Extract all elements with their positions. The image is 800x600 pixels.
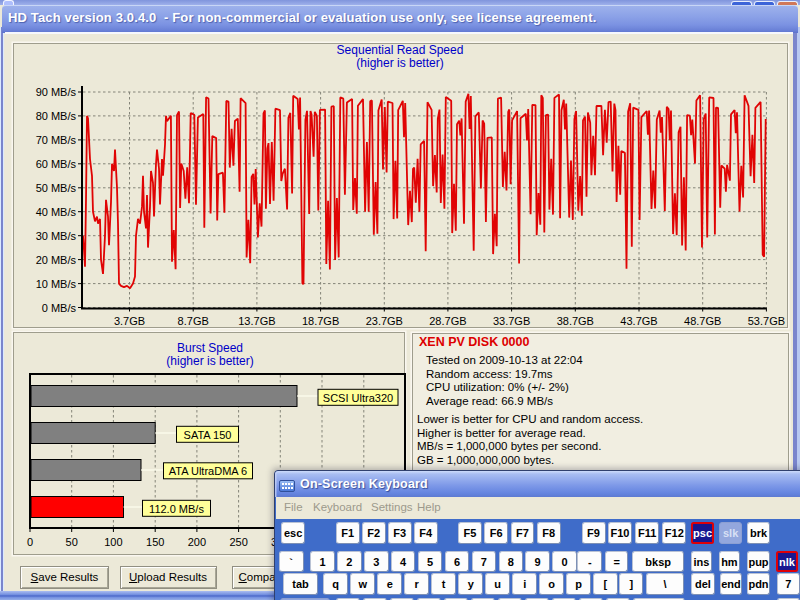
svg-text:SATA 150: SATA 150: [184, 429, 232, 441]
svg-text:150: 150: [146, 536, 164, 548]
svg-text:SCSI Ultra320: SCSI Ultra320: [323, 392, 393, 404]
svg-text:ATA UltraDMA 6: ATA UltraDMA 6: [169, 465, 247, 477]
svg-text:100: 100: [104, 536, 122, 548]
svg-text:0: 0: [27, 536, 33, 548]
svg-text:200: 200: [188, 536, 206, 548]
svg-text:112.0 MB/s: 112.0 MB/s: [149, 503, 204, 515]
svg-text:50: 50: [66, 536, 78, 548]
svg-text:250: 250: [229, 536, 247, 548]
